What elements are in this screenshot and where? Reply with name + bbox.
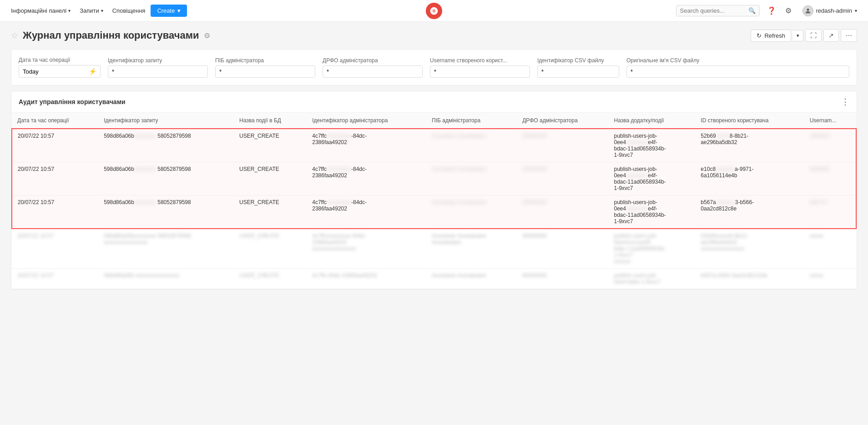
table-head: Дата та час операції Ідентифікатор запит… xyxy=(12,113,856,129)
search-input[interactable] xyxy=(680,7,748,14)
cell-username-blurred2: xxxxx xyxy=(804,269,856,289)
user-menu-chevron: ▾ xyxy=(855,8,857,13)
help-icon[interactable]: ❓ xyxy=(765,5,778,17)
filter-date-input-wrapper: ⚡ xyxy=(19,65,101,78)
filters-section: Дата та час операції ⚡ Ідентифікатор зап… xyxy=(11,49,857,85)
cell-drfo: 00000000 xyxy=(517,162,608,195)
user-avatar xyxy=(802,5,813,16)
favorite-icon[interactable]: ☆ xyxy=(11,30,18,40)
cell-user-id-blurred: 52b69xxxxx8-8b21-ae296ba5db32xxxxxxxxxxx… xyxy=(695,229,804,269)
filter-drfo-wrapper xyxy=(323,65,423,78)
filter-query-id-input[interactable] xyxy=(112,68,204,75)
cell-drfo-blurred2: 00000000 xyxy=(517,269,608,289)
cell-admin-name: Анонімов Анонімович xyxy=(426,195,517,229)
widget-header: Аудит управління користувачами ⋮ xyxy=(11,91,857,113)
navbar: Інформаційні панелі ▾ Запити ▾ Сповіщенн… xyxy=(0,0,868,22)
nav-dashboards-chevron: ▾ xyxy=(68,8,71,13)
refresh-label: Refresh xyxy=(764,32,785,39)
fullscreen-button[interactable]: ⛶ xyxy=(805,29,822,42)
cell-admin-id: 4c7ffcxxxxxxxxx-84dc-2386faa49202 xyxy=(307,129,426,162)
more-button[interactable]: ⋯ xyxy=(841,29,857,42)
filter-csv-name-input[interactable] xyxy=(631,68,845,75)
search-icon[interactable]: 🔍 xyxy=(748,7,756,14)
table-row: 20/07/22 10:57 598d86a06bxxxxxxxx 580528… xyxy=(12,129,856,162)
cell-admin-name-blurred: Анонімов АнонімовичАнонімович xyxy=(426,229,517,269)
cell-admin-name-blurred2: Анонімов Анонімович xyxy=(426,269,517,289)
col-drfo: ДРФО адміністратора xyxy=(517,113,608,129)
filter-drfo: ДРФО адміністратора xyxy=(323,57,423,78)
widget-title: Аудит управління користувачами xyxy=(19,98,126,105)
cell-user-id: 52b69xxxxx8-8b21-ae296ba5db32 xyxy=(695,129,804,162)
filter-query-id: Ідентифікатор запиту xyxy=(108,57,208,78)
svg-point-0 xyxy=(807,8,809,10)
share-button[interactable]: ↗ xyxy=(823,29,839,42)
cell-drfo: 00000000 xyxy=(517,129,608,162)
filter-admin-name-wrapper xyxy=(215,65,315,78)
cell-date-blurred2: 20/07/22 10:57 xyxy=(12,269,98,289)
create-button[interactable]: Create ▾ xyxy=(151,5,187,17)
page-container: ☆ Журнал управління користувачами ⚙ ↻ Re… xyxy=(0,22,868,425)
col-date: Дата та час операції xyxy=(12,113,98,129)
filter-admin-name-input[interactable] xyxy=(219,68,311,75)
filter-username-label: Username створеного корист... xyxy=(430,57,530,64)
filter-date-input[interactable] xyxy=(23,68,86,75)
nav-right: 🔍 ❓ ⚙ redash-admin ▾ xyxy=(676,4,861,18)
page-settings-icon[interactable]: ⚙ xyxy=(204,31,210,40)
table-container[interactable]: Дата та час операції Ідентифікатор запит… xyxy=(11,113,857,289)
widget-menu-icon[interactable]: ⋮ xyxy=(841,97,849,107)
cell-date: 20/07/22 10:57 xyxy=(12,129,98,162)
filter-admin-name-label: ПІБ адміністратора xyxy=(215,57,315,64)
flash-icon[interactable]: ⚡ xyxy=(89,68,96,75)
cell-event-blurred: USER_CREATE xyxy=(234,229,307,269)
refresh-button[interactable]: ↻ Refresh xyxy=(751,30,791,42)
search-box[interactable]: 🔍 xyxy=(676,5,760,16)
nav-alerts-label: Сповіщення xyxy=(112,7,146,14)
page-header: ☆ Журнал управління користувачами ⚙ ↻ Re… xyxy=(11,29,857,42)
avatar-icon xyxy=(804,7,812,15)
header-actions: ↻ Refresh ▾ ⛶ ↗ ⋯ xyxy=(751,29,857,42)
logo-icon xyxy=(426,3,442,19)
cell-admin-id-blurred2: 4c7ffc-84dc-2386faa49202 xyxy=(307,269,426,289)
page-title-area: ☆ Журнал управління користувачами ⚙ xyxy=(11,30,210,41)
filter-csv-id-label: Ідентифікатор CSV файлу xyxy=(537,57,619,64)
filter-csv-name-label: Оригінальне ім'я CSV файлу xyxy=(626,57,849,64)
filter-drfo-label: ДРФО адміністратора xyxy=(323,57,423,64)
cell-drfo-blurred: 00000000 xyxy=(517,229,608,269)
nav-dashboards[interactable]: Інформаційні панелі ▾ xyxy=(7,5,74,16)
filter-admin-name: ПІБ адміністратора xyxy=(215,57,315,78)
cell-date-blurred: 20/07/22 10:57 xyxy=(12,229,98,269)
data-table: Дата та час операції Ідентифікатор запит… xyxy=(11,113,857,289)
cell-query-id: 598d86a06bxxxxxxxx 58052879598 xyxy=(98,162,234,195)
cell-user-id-blurred2: b567a-b566-0aa2cd812c8e xyxy=(695,269,804,289)
page-title: Журнал управління користувачами xyxy=(23,30,199,41)
filter-username-input[interactable] xyxy=(434,68,526,75)
cell-date: 20/07/22 10:57 xyxy=(12,195,98,229)
create-chevron: ▾ xyxy=(177,7,181,14)
filter-csv-name-wrapper xyxy=(626,65,849,78)
filter-drfo-input[interactable] xyxy=(327,68,419,75)
settings-icon[interactable]: ⚙ xyxy=(783,5,793,17)
table-row: 20/07/22 10:57 598d86a06bxxxxxxxx 580528… xyxy=(12,195,856,229)
user-menu[interactable]: redash-admin ▾ xyxy=(799,4,861,18)
create-label: Create xyxy=(157,7,175,14)
cell-admin-name: Анонімов Анонімович xyxy=(426,162,517,195)
cell-query-blurred: 598d86a06bxxxxxxxx 58052879598xxxxxxxxxx… xyxy=(98,229,234,269)
filter-csv-id-input[interactable] xyxy=(541,68,615,75)
widget-section: Аудит управління користувачами ⋮ Дата та… xyxy=(11,91,857,290)
nav-left: Інформаційні панелі ▾ Запити ▾ Сповіщенн… xyxy=(7,5,187,17)
table-row: 20/07/22 10:57 598d86a06b xxxxxxxxxxxxxx… xyxy=(12,269,856,289)
cell-query-id: 598d86a06bxxxxxxxx 58052879598 xyxy=(98,195,234,229)
nav-dashboards-label: Інформаційні панелі xyxy=(11,7,66,14)
table-body: 20/07/22 10:57 598d86a06bxxxxxxxx 580528… xyxy=(12,129,856,289)
col-admin-id: Ідентифікатор адміністратора xyxy=(307,113,426,129)
nav-alerts[interactable]: Сповіщення xyxy=(109,5,149,16)
nav-queries[interactable]: Запити ▾ xyxy=(76,5,107,16)
cell-date: 20/07/22 10:57 xyxy=(12,162,98,195)
refresh-dropdown-button[interactable]: ▾ xyxy=(793,30,803,41)
cell-admin-name: Анонімов Анонімович xyxy=(426,129,517,162)
cell-event: USER_CREATE xyxy=(234,195,307,229)
cell-app-name-blurred2: publish-users-job-0ee4-bdac-1-9xvc7 xyxy=(608,269,695,289)
col-admin-name: ПІБ адміністратора xyxy=(426,113,517,129)
filter-csv-id-wrapper xyxy=(537,65,619,78)
cell-admin-id: 4c7ffcxxxxxxxxx-84dc-2386faa49202 xyxy=(307,162,426,195)
